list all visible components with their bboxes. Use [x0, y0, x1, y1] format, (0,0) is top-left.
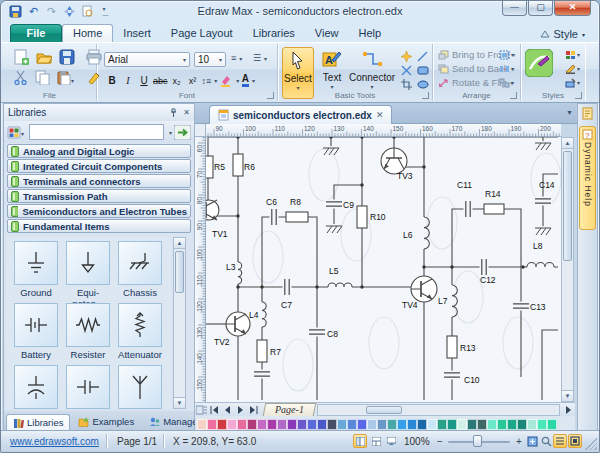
font-color-button[interactable]: A▾ — [241, 73, 255, 88]
capacitor-symbol[interactable] — [308, 328, 326, 337]
distribute-shapes-icon[interactable]: ▾ — [499, 62, 514, 75]
full-screen-button[interactable] — [568, 434, 582, 448]
color-swatch[interactable] — [227, 419, 237, 430]
tab-home[interactable]: Home — [62, 24, 113, 42]
resistor-symbol[interactable] — [233, 154, 243, 176]
ground-symbol[interactable] — [326, 226, 342, 233]
first-page-button[interactable] — [208, 404, 221, 416]
resize-grip[interactable] — [585, 438, 597, 450]
capacitor-symbol[interactable] — [464, 200, 473, 218]
close-document-icon[interactable]: ✕ — [376, 110, 384, 120]
crop-tool-icon[interactable] — [399, 78, 414, 91]
symbol-tile-capacitor_curved[interactable] — [14, 365, 58, 409]
panel-tab-libraries[interactable]: Libraries — [6, 414, 70, 431]
library-menu-icon[interactable]: ▾ — [7, 125, 27, 140]
color-swatch[interactable] — [307, 419, 317, 430]
panel-tab-examples[interactable]: Examples — [71, 413, 141, 431]
resistor-symbol[interactable] — [286, 212, 308, 222]
canvas-h-thumb[interactable] — [366, 406, 402, 414]
next-page-button[interactable] — [234, 404, 247, 416]
scroll-down-arrow[interactable]: ▼ — [174, 397, 185, 408]
color-swatch[interactable] — [537, 419, 547, 430]
color-swatch[interactable] — [247, 419, 257, 430]
bullet-list-button[interactable]: ☰▾ — [253, 53, 267, 63]
align-shapes-icon[interactable]: ▾ — [499, 48, 514, 61]
quick-style-button[interactable] — [525, 49, 553, 77]
save-icon[interactable] — [59, 49, 75, 65]
capacitor-symbol[interactable] — [270, 208, 279, 226]
spark-shape-icon[interactable] — [399, 50, 414, 63]
presentation-view-button[interactable] — [384, 434, 398, 448]
library-category[interactable]: Fundamental Items — [7, 219, 191, 233]
tab-page-layout[interactable]: Page Layout — [161, 25, 243, 42]
color-swatch[interactable] — [437, 419, 447, 430]
zoom-slider-thumb[interactable] — [473, 435, 482, 447]
canvas-scroll-down[interactable]: ▼ — [562, 390, 573, 401]
symbol-tile-equipotential[interactable] — [66, 241, 110, 285]
transistor-symbol[interactable] — [411, 276, 437, 302]
theme-colors-icon[interactable]: ▾ — [565, 48, 580, 61]
symbol-tile-attenuator[interactable] — [118, 303, 162, 347]
tab-view[interactable]: View — [305, 25, 349, 42]
font-family-select[interactable]: Arial▾ — [104, 52, 190, 67]
maximize-button[interactable]: ▢ — [528, 1, 553, 16]
open-icon[interactable] — [36, 49, 52, 65]
ellipse-tool-icon[interactable] — [415, 78, 430, 91]
italic-button[interactable]: I — [121, 73, 135, 88]
symbol-tile-resistor[interactable] — [66, 303, 110, 347]
color-swatch[interactable] — [257, 419, 267, 430]
tab-insert[interactable]: Insert — [113, 25, 161, 42]
resistor-symbol[interactable] — [447, 336, 457, 358]
minimize-button[interactable]: — — [502, 1, 527, 16]
symbol-tile-chassis[interactable] — [118, 241, 162, 285]
color-swatch[interactable] — [377, 419, 387, 430]
superscript-button[interactable]: x² — [186, 73, 200, 88]
cut-icon[interactable] — [13, 70, 28, 85]
highlight-color-button[interactable]: ▾ — [219, 73, 239, 88]
color-swatch[interactable] — [287, 419, 297, 430]
font-dialog-launcher[interactable] — [267, 92, 274, 99]
paste-icon[interactable]: ▾ — [57, 70, 74, 85]
color-swatch[interactable] — [317, 419, 327, 430]
drawing-canvas[interactable]: R5R6TV1L3TV2L4R7C6R8C7C8L5C9R10TV3L6TV4L… — [206, 137, 561, 402]
color-swatch[interactable] — [507, 419, 517, 430]
library-category[interactable]: Terminals and connectors — [7, 174, 191, 188]
align-button[interactable]: ≡▾ — [231, 53, 242, 63]
library-category[interactable]: Semiconductors and Electron Tubes — [7, 204, 191, 218]
wire[interactable] — [262, 217, 317, 287]
font-size-select[interactable]: 10▾ — [194, 52, 226, 67]
color-swatch[interactable] — [527, 419, 537, 430]
color-swatch[interactable] — [407, 419, 417, 430]
capacitor-symbol[interactable] — [534, 197, 552, 206]
color-swatch[interactable] — [487, 419, 497, 430]
ground-symbol[interactable] — [535, 228, 551, 235]
line-spacing-button[interactable]: ↕≡▾ — [202, 73, 218, 88]
symbol-tile-battery[interactable] — [14, 303, 58, 347]
color-swatch[interactable] — [517, 419, 527, 430]
color-swatch[interactable] — [467, 419, 477, 430]
fill-style-icon[interactable]: ▾ — [565, 76, 580, 89]
transistor-symbol[interactable] — [206, 200, 219, 220]
tab-file[interactable]: File — [10, 24, 62, 42]
underline-button[interactable]: U — [137, 73, 151, 88]
color-swatch[interactable] — [267, 419, 277, 430]
new-document-icon[interactable] — [13, 49, 29, 65]
edrawsoft-link[interactable]: www.edrawsoft.com — [10, 436, 99, 447]
color-swatch[interactable] — [427, 419, 437, 430]
color-swatch[interactable] — [337, 419, 347, 430]
basic-tools-dialog-launcher[interactable] — [422, 92, 429, 99]
tab-help[interactable]: Help — [348, 25, 391, 42]
color-swatch[interactable] — [447, 419, 457, 430]
prev-page-button[interactable] — [221, 404, 234, 416]
zoom-out-button[interactable]: − — [433, 434, 447, 448]
color-swatch[interactable] — [237, 419, 247, 430]
line-tool-icon[interactable] — [415, 50, 430, 63]
strikethrough-button[interactable]: abc — [153, 73, 168, 88]
dynamic-help-tab[interactable]: ? Dynamic Help — [579, 126, 596, 230]
scrollbar-thumb[interactable] — [175, 251, 184, 293]
symbol-grid-scrollbar[interactable]: ▲ ▼ — [173, 237, 186, 409]
pin-panel-icon[interactable] — [169, 108, 178, 118]
color-swatch[interactable] — [217, 419, 227, 430]
canvas-v-thumb[interactable] — [563, 151, 572, 261]
canvas-scroll-up[interactable]: ▲ — [562, 138, 573, 149]
